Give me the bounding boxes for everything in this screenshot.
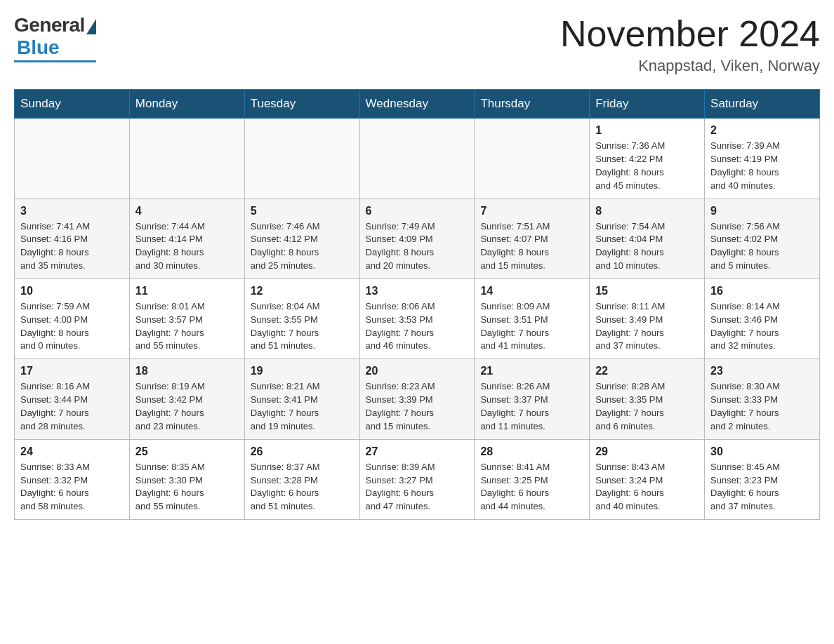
day-number: 6 bbox=[366, 205, 469, 217]
calendar-cell: 8Sunrise: 7:54 AM Sunset: 4:04 PM Daylig… bbox=[590, 199, 705, 279]
day-info: Sunrise: 7:51 AM Sunset: 4:07 PM Dayligh… bbox=[480, 220, 583, 273]
logo: General Blue bbox=[14, 14, 96, 62]
calendar-week-4: 17Sunrise: 8:16 AM Sunset: 3:44 PM Dayli… bbox=[15, 359, 820, 439]
day-number: 15 bbox=[595, 285, 699, 297]
calendar-cell bbox=[359, 119, 475, 199]
day-info: Sunrise: 8:41 AM Sunset: 3:25 PM Dayligh… bbox=[480, 461, 583, 514]
day-number: 9 bbox=[710, 205, 814, 217]
day-number: 13 bbox=[366, 285, 469, 297]
day-number: 22 bbox=[595, 365, 699, 377]
day-info: Sunrise: 7:54 AM Sunset: 4:04 PM Dayligh… bbox=[595, 220, 699, 273]
day-number: 19 bbox=[251, 365, 354, 377]
calendar-cell bbox=[129, 119, 244, 199]
day-info: Sunrise: 8:43 AM Sunset: 3:24 PM Dayligh… bbox=[595, 461, 699, 514]
day-number: 21 bbox=[480, 365, 583, 377]
calendar-week-1: 1Sunrise: 7:36 AM Sunset: 4:22 PM Daylig… bbox=[15, 119, 820, 199]
day-number: 28 bbox=[480, 445, 583, 458]
day-info: Sunrise: 7:44 AM Sunset: 4:14 PM Dayligh… bbox=[135, 220, 239, 273]
weekday-header-thursday: Thursday bbox=[475, 90, 590, 119]
calendar-cell: 16Sunrise: 8:14 AM Sunset: 3:46 PM Dayli… bbox=[705, 279, 820, 358]
calendar-week-3: 10Sunrise: 7:59 AM Sunset: 4:00 PM Dayli… bbox=[15, 279, 820, 358]
day-info: Sunrise: 8:28 AM Sunset: 3:35 PM Dayligh… bbox=[595, 380, 699, 433]
day-number: 10 bbox=[20, 285, 124, 297]
calendar-cell: 6Sunrise: 7:49 AM Sunset: 4:09 PM Daylig… bbox=[359, 199, 475, 279]
calendar-cell: 22Sunrise: 8:28 AM Sunset: 3:35 PM Dayli… bbox=[590, 359, 705, 439]
calendar-cell: 24Sunrise: 8:33 AM Sunset: 3:32 PM Dayli… bbox=[15, 439, 130, 519]
day-info: Sunrise: 8:21 AM Sunset: 3:41 PM Dayligh… bbox=[251, 380, 354, 433]
calendar-cell: 3Sunrise: 7:41 AM Sunset: 4:16 PM Daylig… bbox=[15, 199, 130, 279]
day-info: Sunrise: 8:35 AM Sunset: 3:30 PM Dayligh… bbox=[135, 461, 239, 514]
day-number: 2 bbox=[710, 124, 814, 137]
calendar-cell bbox=[244, 119, 359, 199]
day-info: Sunrise: 8:04 AM Sunset: 3:55 PM Dayligh… bbox=[251, 300, 354, 353]
day-number: 24 bbox=[20, 445, 124, 458]
day-number: 3 bbox=[20, 205, 124, 217]
page-header: General Blue November 2024 Knappstad, Vi… bbox=[14, 14, 820, 75]
calendar-week-5: 24Sunrise: 8:33 AM Sunset: 3:32 PM Dayli… bbox=[15, 439, 820, 519]
weekday-header-friday: Friday bbox=[590, 90, 705, 119]
day-info: Sunrise: 8:30 AM Sunset: 3:33 PM Dayligh… bbox=[710, 380, 814, 433]
calendar-cell: 13Sunrise: 8:06 AM Sunset: 3:53 PM Dayli… bbox=[359, 279, 475, 358]
weekday-header-wednesday: Wednesday bbox=[359, 90, 475, 119]
calendar-header-row: SundayMondayTuesdayWednesdayThursdayFrid… bbox=[15, 90, 820, 119]
calendar-cell: 25Sunrise: 8:35 AM Sunset: 3:30 PM Dayli… bbox=[129, 439, 244, 519]
logo-triangle-icon bbox=[86, 19, 96, 34]
day-info: Sunrise: 8:23 AM Sunset: 3:39 PM Dayligh… bbox=[366, 380, 469, 433]
weekday-header-monday: Monday bbox=[129, 90, 244, 119]
day-number: 12 bbox=[251, 285, 354, 297]
day-number: 27 bbox=[366, 445, 469, 458]
day-number: 20 bbox=[366, 365, 469, 377]
calendar-cell: 20Sunrise: 8:23 AM Sunset: 3:39 PM Dayli… bbox=[359, 359, 475, 439]
calendar-cell: 10Sunrise: 7:59 AM Sunset: 4:00 PM Dayli… bbox=[15, 279, 130, 358]
calendar-cell: 15Sunrise: 8:11 AM Sunset: 3:49 PM Dayli… bbox=[590, 279, 705, 358]
calendar-cell: 26Sunrise: 8:37 AM Sunset: 3:28 PM Dayli… bbox=[244, 439, 359, 519]
day-info: Sunrise: 8:45 AM Sunset: 3:23 PM Dayligh… bbox=[710, 461, 814, 514]
calendar-cell: 30Sunrise: 8:45 AM Sunset: 3:23 PM Dayli… bbox=[705, 439, 820, 519]
calendar-cell: 27Sunrise: 8:39 AM Sunset: 3:27 PM Dayli… bbox=[359, 439, 475, 519]
calendar-cell: 1Sunrise: 7:36 AM Sunset: 4:22 PM Daylig… bbox=[590, 119, 705, 199]
logo-underline bbox=[14, 60, 96, 62]
calendar-table: SundayMondayTuesdayWednesdayThursdayFrid… bbox=[14, 89, 820, 520]
day-number: 16 bbox=[710, 285, 814, 297]
calendar-cell: 7Sunrise: 7:51 AM Sunset: 4:07 PM Daylig… bbox=[475, 199, 590, 279]
day-number: 11 bbox=[135, 285, 239, 297]
calendar-cell: 28Sunrise: 8:41 AM Sunset: 3:25 PM Dayli… bbox=[475, 439, 590, 519]
day-info: Sunrise: 7:46 AM Sunset: 4:12 PM Dayligh… bbox=[251, 220, 354, 273]
day-info: Sunrise: 7:59 AM Sunset: 4:00 PM Dayligh… bbox=[20, 300, 124, 353]
day-info: Sunrise: 8:37 AM Sunset: 3:28 PM Dayligh… bbox=[251, 461, 354, 514]
day-info: Sunrise: 8:16 AM Sunset: 3:44 PM Dayligh… bbox=[20, 380, 124, 433]
logo-blue-text: Blue bbox=[17, 36, 60, 59]
day-info: Sunrise: 7:56 AM Sunset: 4:02 PM Dayligh… bbox=[710, 220, 814, 273]
day-info: Sunrise: 8:33 AM Sunset: 3:32 PM Dayligh… bbox=[20, 461, 124, 514]
calendar-cell bbox=[15, 119, 130, 199]
day-number: 5 bbox=[251, 205, 354, 217]
day-info: Sunrise: 8:14 AM Sunset: 3:46 PM Dayligh… bbox=[710, 300, 814, 353]
day-info: Sunrise: 8:39 AM Sunset: 3:27 PM Dayligh… bbox=[366, 461, 469, 514]
calendar-cell: 12Sunrise: 8:04 AM Sunset: 3:55 PM Dayli… bbox=[244, 279, 359, 358]
calendar-week-2: 3Sunrise: 7:41 AM Sunset: 4:16 PM Daylig… bbox=[15, 199, 820, 279]
header-right: November 2024 Knappstad, Viken, Norway bbox=[560, 14, 820, 75]
day-info: Sunrise: 7:49 AM Sunset: 4:09 PM Dayligh… bbox=[366, 220, 469, 273]
calendar-cell: 2Sunrise: 7:39 AM Sunset: 4:19 PM Daylig… bbox=[705, 119, 820, 199]
calendar-cell: 21Sunrise: 8:26 AM Sunset: 3:37 PM Dayli… bbox=[475, 359, 590, 439]
day-number: 29 bbox=[595, 445, 699, 458]
month-title: November 2024 bbox=[560, 14, 820, 54]
calendar-cell: 23Sunrise: 8:30 AM Sunset: 3:33 PM Dayli… bbox=[705, 359, 820, 439]
location: Knappstad, Viken, Norway bbox=[560, 57, 820, 75]
day-number: 30 bbox=[710, 445, 814, 458]
day-info: Sunrise: 8:11 AM Sunset: 3:49 PM Dayligh… bbox=[595, 300, 699, 353]
weekday-header-tuesday: Tuesday bbox=[244, 90, 359, 119]
day-number: 7 bbox=[480, 205, 583, 217]
weekday-header-sunday: Sunday bbox=[15, 90, 130, 119]
calendar-cell bbox=[475, 119, 590, 199]
day-number: 23 bbox=[710, 365, 814, 377]
day-number: 17 bbox=[20, 365, 124, 377]
day-info: Sunrise: 8:09 AM Sunset: 3:51 PM Dayligh… bbox=[480, 300, 583, 353]
calendar-cell: 9Sunrise: 7:56 AM Sunset: 4:02 PM Daylig… bbox=[705, 199, 820, 279]
calendar-cell: 11Sunrise: 8:01 AM Sunset: 3:57 PM Dayli… bbox=[129, 279, 244, 358]
calendar-cell: 18Sunrise: 8:19 AM Sunset: 3:42 PM Dayli… bbox=[129, 359, 244, 439]
day-number: 14 bbox=[480, 285, 583, 297]
weekday-header-saturday: Saturday bbox=[705, 90, 820, 119]
calendar-cell: 14Sunrise: 8:09 AM Sunset: 3:51 PM Dayli… bbox=[475, 279, 590, 358]
day-number: 26 bbox=[251, 445, 354, 458]
